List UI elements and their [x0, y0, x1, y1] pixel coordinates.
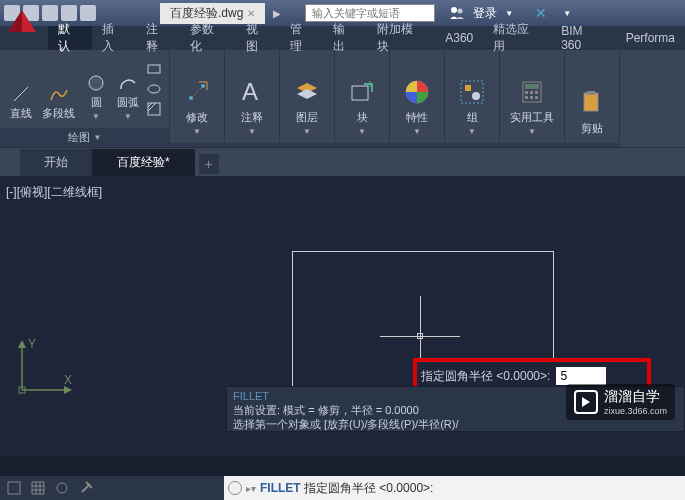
ribbon-group-properties: 特性 ▼ [390, 50, 445, 147]
circle-button[interactable]: 圆 ▼ [81, 54, 111, 124]
statusbar-left [0, 476, 224, 500]
rectangle-icon[interactable] [145, 60, 163, 78]
draw-group-label[interactable]: 绘图▼ [0, 128, 169, 147]
tab-start[interactable]: 开始 [20, 149, 93, 176]
help-dropdown-icon[interactable]: ▼ [563, 9, 571, 18]
svg-marker-31 [64, 386, 72, 394]
svg-marker-30 [18, 340, 26, 348]
svg-rect-13 [352, 86, 368, 100]
ucs-icon[interactable]: Y X [10, 334, 80, 404]
annotate-label: 注释 [241, 110, 263, 125]
svg-line-2 [14, 87, 28, 101]
close-doc-icon[interactable]: ✕ [247, 8, 255, 19]
drawing-canvas[interactable]: [-][俯视][二维线框] 指定圆角半径 <0.0000>: Y X FILLE… [0, 176, 685, 456]
watermark-text: 溜溜自学 [604, 388, 667, 406]
ribbon: 直线 多段线 圆 ▼ 圆弧 ▼ 绘图▼ [0, 50, 685, 148]
tab-view[interactable]: 视图 [236, 26, 280, 50]
layers-label: 图层 [296, 110, 318, 125]
exchange-icon[interactable]: ✕ [535, 5, 547, 21]
model-icon[interactable] [6, 480, 22, 496]
svg-rect-22 [535, 91, 538, 94]
tab-addins[interactable]: 附加模块 [367, 26, 435, 50]
svg-rect-23 [525, 96, 528, 99]
settings-icon[interactable] [78, 480, 94, 496]
block-button[interactable]: 块 ▼ [341, 54, 383, 139]
clipboard-button[interactable]: 剪贴 [571, 54, 613, 139]
group-button[interactable]: 组 ▼ [451, 54, 493, 139]
qat-redo-icon[interactable] [80, 5, 96, 21]
ucs-y-label: Y [28, 337, 36, 351]
arc-button[interactable]: 圆弧 ▼ [113, 54, 143, 124]
svg-line-8 [148, 103, 156, 111]
document-tabs: 开始 百度经验* + [0, 148, 685, 176]
login-dropdown-icon[interactable]: ▼ [505, 9, 513, 18]
modify-label: 修改 [186, 110, 208, 125]
svg-point-1 [458, 9, 463, 14]
line-button[interactable]: 直线 [6, 54, 36, 124]
tab-output[interactable]: 输出 [323, 26, 367, 50]
watermark: 溜溜自学 zixue.3d66.com [566, 384, 675, 420]
arc-label: 圆弧 [117, 95, 139, 110]
cmd-name: FILLET [233, 390, 269, 402]
tab-performance[interactable]: Performa [616, 26, 685, 50]
svg-rect-33 [8, 482, 20, 494]
svg-rect-25 [535, 96, 538, 99]
svg-rect-26 [584, 93, 598, 111]
person-icon [449, 5, 465, 21]
chevron-down-icon: ▼ [92, 112, 100, 121]
utilities-button[interactable]: 实用工具 ▼ [506, 54, 558, 139]
tab-annotate[interactable]: 注释 [136, 26, 180, 50]
prompt-input[interactable] [556, 367, 606, 385]
tab-default[interactable]: 默认 [48, 26, 92, 50]
svg-rect-4 [148, 65, 160, 73]
tab-parametric[interactable]: 参数化 [180, 26, 236, 50]
line-label: 直线 [10, 106, 32, 121]
qat-save-icon[interactable] [42, 5, 58, 21]
tab-insert[interactable]: 插入 [92, 26, 136, 50]
snap-icon[interactable] [54, 480, 70, 496]
properties-label: 特性 [406, 110, 428, 125]
block-label: 块 [357, 110, 368, 125]
command-line[interactable]: ▸▾ FILLET 指定圆角半径 <0.0000>: [224, 476, 685, 500]
chevron-down-icon: ▼ [528, 127, 536, 136]
watermark-url: zixue.3d66.com [604, 406, 667, 416]
crosshair-pickbox [417, 333, 423, 339]
tab-chevron-icon[interactable]: ▶ [273, 8, 281, 19]
search-input[interactable] [305, 4, 435, 22]
tab-a360[interactable]: A360 [435, 26, 483, 50]
app-logo-icon[interactable] [4, 4, 40, 40]
hatch-icon[interactable] [145, 100, 163, 118]
chevron-down-icon: ▼ [413, 127, 421, 136]
tab-doc1[interactable]: 百度经验* [93, 149, 195, 176]
tab-bim360[interactable]: BIM 360 [551, 26, 616, 50]
chevron-down-icon: ▼ [248, 127, 256, 136]
svg-rect-15 [461, 81, 483, 103]
ribbon-group-group: 组 ▼ [445, 50, 500, 147]
polyline-button[interactable]: 多段线 [38, 54, 79, 124]
ribbon-group-block: 块 ▼ [335, 50, 390, 147]
new-tab-button[interactable]: + [199, 154, 219, 174]
viewport-label[interactable]: [-][俯视][二维线框] [6, 184, 102, 201]
ribbon-group-modify: 修改 ▼ [170, 50, 225, 147]
tab-featured[interactable]: 精选应用 [483, 26, 551, 50]
properties-button[interactable]: 特性 ▼ [396, 54, 438, 139]
chevron-down-icon: ▼ [358, 127, 366, 136]
login-link[interactable]: 登录 [473, 5, 497, 22]
layers-button[interactable]: 图层 ▼ [286, 54, 328, 139]
svg-rect-20 [525, 91, 528, 94]
tab-manage[interactable]: 管理 [280, 26, 324, 50]
utilities-label: 实用工具 [510, 110, 554, 125]
modify-button[interactable]: 修改 ▼ [176, 54, 218, 139]
ribbon-group-draw: 直线 多段线 圆 ▼ 圆弧 ▼ 绘图▼ [0, 50, 170, 147]
svg-point-3 [89, 76, 103, 90]
grid-icon[interactable] [30, 480, 46, 496]
ribbon-group-clipboard: 剪贴 [565, 50, 620, 147]
chevron-down-icon: ▼ [468, 127, 476, 136]
chevron-down-icon: ▼ [124, 112, 132, 121]
qat-undo-icon[interactable] [61, 5, 77, 21]
command-icon[interactable] [228, 481, 242, 495]
ellipse-icon[interactable] [145, 80, 163, 98]
annotate-button[interactable]: A 注释 ▼ [231, 54, 273, 139]
ucs-x-label: X [64, 373, 72, 387]
chevron-right-icon: ▸▾ [246, 483, 256, 494]
